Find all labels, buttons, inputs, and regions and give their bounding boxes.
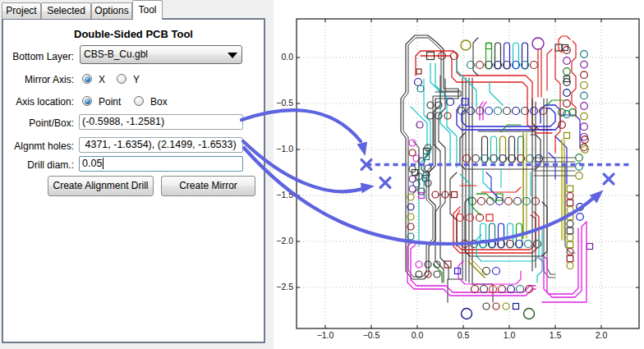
svg-text:1.0: 1.0	[504, 330, 516, 340]
svg-text:−2.5: −2.5	[276, 282, 293, 292]
svg-text:−1.5: −1.5	[276, 190, 293, 200]
svg-text:0.0: 0.0	[412, 330, 424, 340]
svg-text:−0.5: −0.5	[363, 330, 380, 340]
svg-text:−1.0: −1.0	[276, 144, 293, 154]
svg-text:0.0: 0.0	[281, 52, 293, 62]
svg-text:−0.5: −0.5	[276, 98, 293, 108]
svg-text:−2.0: −2.0	[276, 236, 293, 246]
svg-text:1.5: 1.5	[550, 330, 562, 340]
svg-text:−1.0: −1.0	[317, 330, 334, 340]
svg-text:2.0: 2.0	[596, 330, 608, 340]
svg-text:0.5: 0.5	[458, 330, 470, 340]
